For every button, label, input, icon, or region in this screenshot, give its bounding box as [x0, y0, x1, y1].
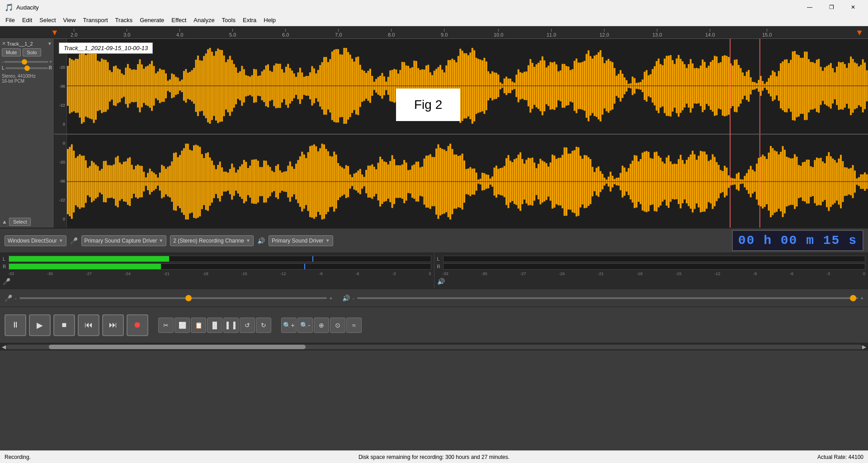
host-selector[interactable]: Windows DirectSour ▼: [5, 235, 66, 246]
ruler-mark: 15.0: [762, 29, 772, 37]
mic-icon: 🎤: [70, 237, 78, 244]
menu-tools[interactable]: Tools: [218, 15, 239, 25]
output-L-track: [443, 256, 866, 262]
meter-R-fill: [9, 264, 161, 269]
zoom-reset-button[interactable]: ≈: [346, 318, 362, 333]
timeline-ruler: ▼ 2.0 3.0 4.0 5.0 6.0 7.0 8.0 9.0 10.0 1…: [0, 26, 868, 39]
ruler-mark: 10.0: [494, 29, 503, 37]
meter-area: L R -33 -30 -27 -24 -21 -18 -15 -: [0, 253, 868, 289]
gain-min-label: -: [15, 295, 17, 301]
track-close-button[interactable]: ✕: [2, 41, 6, 47]
pause-button[interactable]: ⏸: [5, 314, 26, 336]
device-toolbar: Windows DirectSour ▼ 🎤 Primary Sound Cap…: [0, 229, 868, 253]
input-gain-slider[interactable]: [19, 297, 327, 299]
output-vol-slider[interactable]: [357, 297, 858, 299]
minimize-button[interactable]: —: [799, 0, 820, 14]
output-meter-R: R: [437, 263, 866, 270]
output-R-track: [443, 263, 866, 270]
input-meter: L R -33 -30 -27 -24 -21 -18 -15 -: [0, 253, 434, 289]
copy-tool[interactable]: ⬜: [175, 318, 190, 333]
mute-button[interactable]: Mute: [2, 48, 21, 56]
gain-thumb: [22, 59, 27, 65]
ruler-arrow-right: ▼: [855, 28, 863, 37]
scrollbar-track[interactable]: [6, 345, 862, 349]
stop-button[interactable]: ■: [53, 314, 75, 336]
menu-help[interactable]: Help: [260, 15, 279, 25]
gain-minus: -: [2, 59, 3, 64]
maximize-button[interactable]: ❐: [821, 0, 842, 14]
menu-view[interactable]: View: [60, 15, 80, 25]
skip-fwd-button[interactable]: ⏭: [102, 314, 124, 336]
cut-tool[interactable]: ✂: [158, 318, 174, 333]
play-button[interactable]: ▶: [29, 314, 51, 336]
ruler-mark: 12.0: [599, 29, 609, 37]
statusbar: Recording. Disk space remaining for reco…: [0, 450, 868, 463]
scrollbar-thumb[interactable]: [49, 345, 306, 349]
input-gain-icon: 🎤: [5, 295, 12, 302]
paste-tool[interactable]: 📋: [191, 318, 206, 333]
redo-tool[interactable]: ↻: [256, 318, 271, 333]
y-label: -36: [59, 84, 65, 89]
meter-L-fill: [9, 256, 169, 262]
meter-mic-icon: 🎤: [3, 278, 10, 285]
collapse-arrow[interactable]: ▲: [2, 219, 7, 225]
meter-L-marker: [312, 256, 313, 262]
silence-tool[interactable]: ▌▐: [223, 318, 239, 333]
track-name-row: ✕ Track__1_2 ▼: [2, 41, 52, 47]
ruler-mark: 13.0: [652, 29, 662, 37]
time-display: 00 h 00 m 15 s: [732, 230, 863, 251]
y-label: -22: [59, 198, 65, 202]
y-label: -20: [59, 65, 65, 70]
status-disk-space: Disk space remaining for recording: 300 …: [176, 454, 692, 460]
speaker-icon: 🔊: [257, 237, 265, 244]
menu-analyze[interactable]: Analyze: [190, 15, 218, 25]
menu-extra[interactable]: Extra: [239, 15, 260, 25]
y-label: 0: [63, 217, 65, 221]
zoom-sel-button[interactable]: ⊙: [330, 318, 345, 333]
ruler-mark: 6.0: [282, 29, 289, 37]
skip-back-button[interactable]: ⏮: [78, 314, 99, 336]
waveform-area[interactable]: Track__1_2021-09-15_10-00-13 Fig 2 0 -20…: [54, 39, 868, 228]
solo-button[interactable]: Solo: [23, 48, 41, 56]
gain-slider[interactable]: [4, 61, 48, 63]
ruler-mark: 14.0: [705, 29, 715, 37]
scroll-right[interactable]: ▶: [862, 344, 866, 350]
pan-row: L R: [2, 65, 52, 70]
channels-selector[interactable]: 2 (Stereo) Recording Channe ▼: [170, 235, 254, 246]
menu-effect[interactable]: Effect: [168, 15, 190, 25]
output-R-label: R: [437, 264, 442, 269]
playhead: [730, 39, 731, 228]
host-label: Windows DirectSour: [8, 238, 57, 244]
output-meter-L: L: [437, 256, 866, 262]
menu-tracks[interactable]: Tracks: [112, 15, 137, 25]
record-button[interactable]: ⏺: [127, 314, 148, 336]
track-button-row: Mute Solo: [2, 48, 52, 56]
menu-generate[interactable]: Generate: [136, 15, 168, 25]
track-controls: ✕ Track__1_2 ▼ Mute Solo - + L R Stereo,…: [0, 39, 54, 228]
menu-transport[interactable]: Transport: [79, 15, 111, 25]
meter-L-label: L: [3, 257, 7, 262]
meter-R-label: R: [3, 264, 7, 269]
gain-toolbar: 🎤 - + 🔊 - +: [0, 289, 868, 307]
zoom-out-button[interactable]: 🔍-: [297, 318, 313, 333]
menu-select[interactable]: Select: [36, 15, 59, 25]
undo-tool[interactable]: ↺: [240, 318, 255, 333]
ruler-mark: 9.0: [441, 29, 448, 37]
titlebar: 🎵 Audacity — ❐ ✕: [0, 0, 868, 14]
zoom-in-button[interactable]: 🔍+: [281, 318, 297, 333]
menu-file[interactable]: File: [2, 15, 19, 25]
y-label: 0: [63, 141, 65, 145]
close-button[interactable]: ✕: [843, 0, 863, 14]
output-meter-bars: L R: [437, 256, 866, 270]
trim-tool[interactable]: ▐▌: [207, 318, 222, 333]
track-dropdown[interactable]: ▼: [47, 41, 52, 46]
zoom-fit-button[interactable]: ⊕: [314, 318, 329, 333]
menu-edit[interactable]: Edit: [19, 15, 36, 25]
status-recording: Recording.: [5, 454, 176, 460]
select-button[interactable]: Select: [9, 218, 31, 226]
vol-min-label: -: [353, 295, 354, 301]
input-device-selector[interactable]: Primary Sound Capture Driver ▼: [81, 235, 167, 246]
pan-slider[interactable]: [5, 67, 48, 69]
scroll-left[interactable]: ◀: [2, 344, 6, 350]
output-device-selector[interactable]: Primary Sound Driver ▼: [269, 235, 333, 246]
